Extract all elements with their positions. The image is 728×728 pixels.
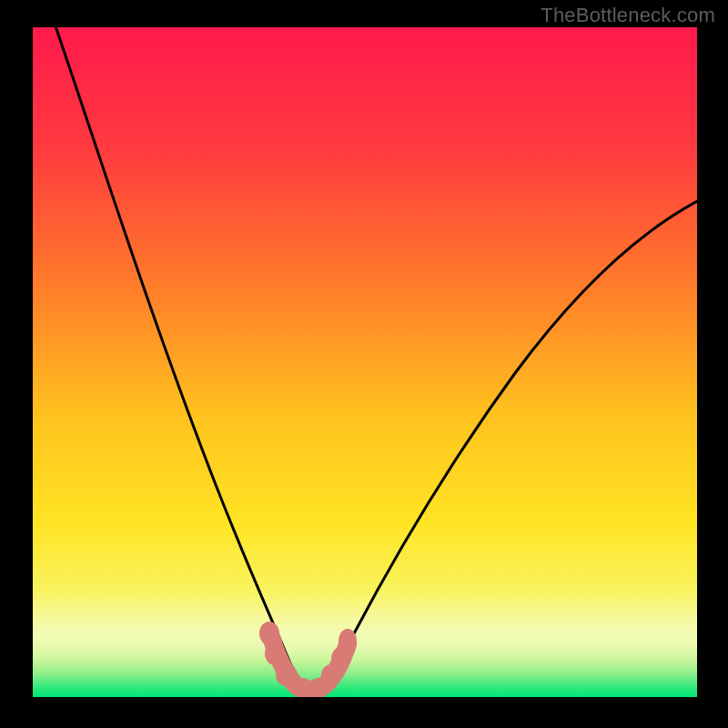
bottleneck-markers <box>259 622 357 697</box>
curves-layer <box>33 27 697 697</box>
left-curve <box>53 27 304 690</box>
plot-area <box>33 27 697 697</box>
svg-point-2 <box>265 642 285 665</box>
svg-point-1 <box>259 622 279 645</box>
chart-frame: TheBottleneck.com <box>0 0 728 728</box>
right-curve <box>322 197 697 690</box>
watermark-text: TheBottleneck.com <box>541 4 715 27</box>
svg-point-8 <box>339 629 357 652</box>
